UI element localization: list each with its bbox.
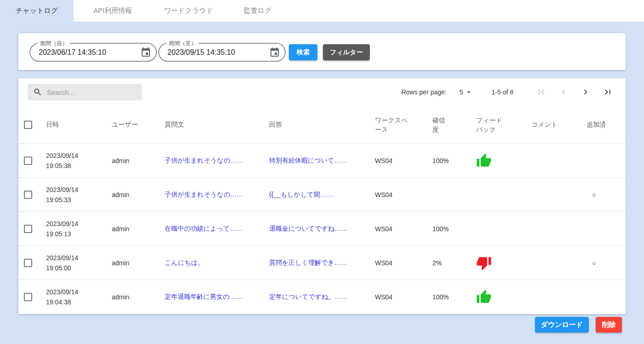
row-confidence: 2% [426, 246, 470, 280]
table-search-box[interactable] [28, 84, 142, 100]
row-checkbox[interactable] [24, 225, 32, 233]
first-page-icon[interactable] [535, 86, 547, 98]
calendar-icon[interactable] [269, 47, 280, 58]
row-workspace: WS04 [368, 280, 426, 314]
filter-card: 期間（自） 2023/06/17 14:35:10 期間（至） 2023/09/… [18, 33, 626, 70]
search-button[interactable]: 検索 [289, 44, 317, 60]
question-link[interactable]: こんにちは。 [165, 259, 204, 267]
header-answer: 回答 [263, 106, 368, 143]
feedback-cell [470, 212, 525, 245]
select-all-checkbox[interactable] [24, 121, 32, 129]
row-workspace: WS04 [368, 212, 426, 245]
answer-link[interactable]: 退職金についてですね…… [269, 225, 347, 233]
answer-link[interactable]: 特別有給休暇について…… [269, 157, 347, 165]
row-checkbox[interactable] [24, 259, 32, 267]
dropdown-caret-icon [464, 87, 473, 97]
header-date: 日時 [40, 106, 105, 143]
row-checkbox[interactable] [24, 157, 32, 165]
date-from-value[interactable]: 2023/06/17 14:35:10 [39, 44, 106, 61]
table-row: 2023/09/1419:04:38 admin 定年退職年齢に男女の…… 定年… [18, 280, 626, 314]
row-user: admin [105, 144, 158, 177]
prev-page-icon[interactable] [558, 86, 569, 98]
question-link[interactable]: 在職中の功績によって…… [165, 225, 243, 233]
question-link[interactable]: 定年退職年齢に男女の…… [165, 293, 242, 301]
filter-button[interactable]: フィルター [323, 44, 370, 60]
question-link[interactable]: 子供が生まれそうなの…… [165, 157, 243, 165]
header-comment: コメント [525, 106, 580, 143]
search-icon [33, 87, 42, 97]
header-question: 質問文 [158, 106, 263, 143]
table-header-row: 日時 ユーザー 質問文 回答 ワークスペース 確信度 フィードバック コメント … [18, 106, 626, 144]
rows-per-page-select[interactable]: 5 [460, 87, 473, 97]
table-row: 2023/09/1419:05:13 admin 在職中の功績によって…… 退職… [18, 212, 626, 246]
row-datetime: 2023/09/1419:05:38 [46, 151, 78, 171]
chat-log-table-card: Rows per page: 5 1-5 of 8 [18, 78, 626, 314]
row-confidence [426, 178, 470, 211]
row-comment [525, 246, 580, 280]
tab-audit-log[interactable]: 監査ログ [225, 0, 290, 22]
next-page-icon[interactable] [580, 86, 592, 98]
added-marker: ○ [592, 259, 596, 267]
feedback-cell [470, 144, 525, 177]
thumb-up-icon [476, 289, 492, 305]
delete-button[interactable]: 削除 [596, 317, 622, 332]
row-user: admin [105, 246, 158, 280]
rows-per-page-value: 5 [460, 88, 463, 96]
row-datetime: 2023/09/1419:04:38 [46, 287, 78, 307]
tab-chat-log[interactable]: チャットログ [0, 0, 74, 22]
tab-word-cloud[interactable]: ワードクラウド [152, 0, 225, 22]
row-checkbox[interactable] [24, 191, 32, 199]
row-datetime: 2023/09/1419:05:00 [46, 253, 78, 273]
header-added: 追加済 [580, 106, 626, 143]
last-page-icon[interactable] [602, 86, 614, 98]
header-user: ユーザー [105, 106, 158, 143]
question-link[interactable]: 子供が生まれそうなの…… [165, 191, 243, 199]
download-button[interactable]: ダウンロード [535, 317, 589, 332]
added-marker: ○ [592, 191, 596, 198]
pagination-range-label: 1-5 of 8 [492, 88, 513, 96]
table-search-input[interactable] [47, 88, 134, 96]
tab-api-usage[interactable]: API利用情報 [74, 0, 152, 22]
row-workspace: WS04 [368, 144, 426, 177]
row-confidence: 100% [426, 212, 470, 245]
tab-bar: チャットログ API利用情報 ワードクラウド 監査ログ [0, 0, 644, 22]
row-datetime: 2023/09/1419:05:13 [46, 219, 78, 239]
date-to-field[interactable]: 期間（至） 2023/09/15 14:35:10 [158, 43, 286, 62]
feedback-cell [470, 178, 525, 211]
calendar-icon[interactable] [140, 47, 151, 58]
answer-link[interactable]: {{__もしかして聞…… [269, 191, 333, 199]
header-workspace: ワークスペース [368, 106, 426, 143]
table-row: 2023/09/1419:05:33 admin 子供が生まれそうなの…… {{… [18, 178, 626, 212]
row-confidence: 100% [426, 280, 470, 314]
answer-link[interactable]: 質問を正しく理解でき…… [269, 259, 347, 267]
row-datetime: 2023/09/1419:05:33 [46, 185, 78, 205]
answer-link[interactable]: 定年についてですね。…… [269, 293, 347, 301]
feedback-cell [470, 246, 525, 280]
pagination: Rows per page: 5 1-5 of 8 [402, 78, 614, 106]
row-comment [525, 280, 580, 314]
header-confidence: 確信度 [426, 106, 470, 143]
table-row: 2023/09/1419:05:00 admin こんにちは。 質問を正しく理解… [18, 246, 626, 280]
table-row: 2023/09/1419:05:38 admin 子供が生まれそうなの…… 特別… [18, 144, 626, 178]
rows-per-page-label: Rows per page: [402, 88, 447, 96]
row-user: admin [105, 280, 158, 314]
row-user: admin [105, 178, 158, 211]
table-toolbar: Rows per page: 5 1-5 of 8 [18, 78, 626, 106]
row-user: admin [105, 212, 158, 245]
row-comment [525, 212, 580, 245]
row-workspace: WS04 [368, 246, 426, 280]
row-comment [525, 144, 580, 177]
row-comment [525, 178, 580, 211]
thumb-down-icon [476, 255, 492, 271]
pagination-controls [525, 86, 614, 98]
feedback-cell [470, 280, 525, 314]
date-from-field[interactable]: 期間（自） 2023/06/17 14:35:10 [29, 43, 157, 62]
row-confidence: 100% [426, 144, 470, 177]
header-feedback: フィードバック [470, 106, 525, 143]
thumb-up-icon [476, 153, 492, 169]
row-workspace: WS04 [368, 178, 426, 211]
row-checkbox[interactable] [24, 293, 32, 301]
date-to-value[interactable]: 2023/09/15 14:35:10 [167, 44, 235, 61]
